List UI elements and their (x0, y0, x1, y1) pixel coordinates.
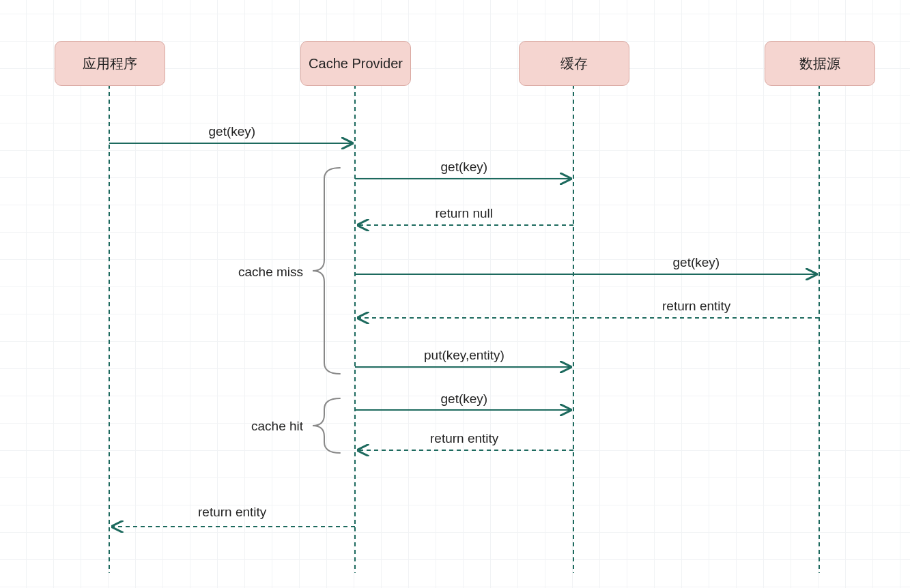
group-label-cache-miss: cache miss (238, 265, 303, 280)
message-label: put(key,entity) (424, 348, 504, 363)
message-label: return entity (198, 505, 266, 520)
participant-cache: 缓存 (519, 41, 629, 86)
message-label: get(key) (441, 392, 488, 407)
participant-app: 应用程序 (55, 41, 165, 86)
group-label-cache-hit: cache hit (251, 419, 303, 434)
participant-app-label: 应用程序 (83, 55, 137, 73)
participant-source: 数据源 (765, 41, 875, 86)
participant-source-label: 数据源 (799, 55, 840, 73)
message-label: return entity (662, 299, 730, 314)
participant-cache-label: 缓存 (560, 55, 588, 73)
participant-provider: Cache Provider (300, 41, 411, 86)
message-label: return entity (430, 431, 498, 446)
message-label: get(key) (673, 255, 720, 270)
message-label: return null (436, 206, 494, 221)
message-label: get(key) (441, 160, 488, 175)
message-label: get(key) (209, 124, 256, 139)
participant-provider-label: Cache Provider (309, 56, 403, 72)
sequence-diagram-svg (0, 0, 910, 588)
